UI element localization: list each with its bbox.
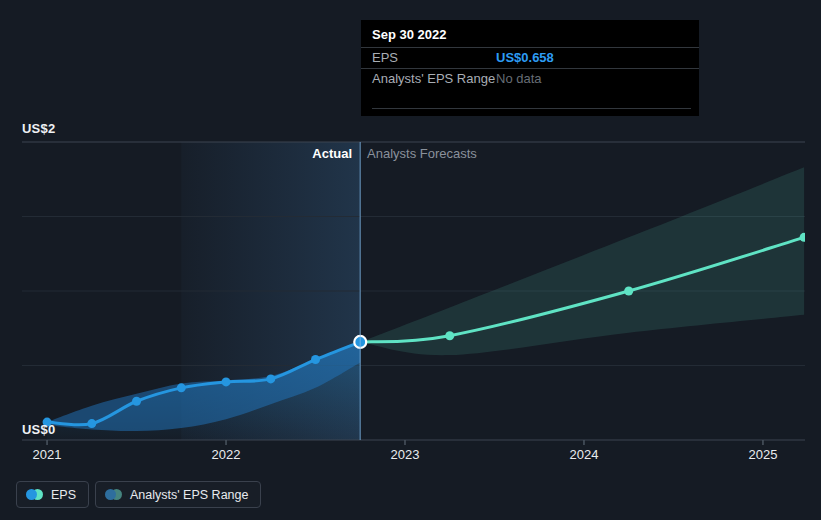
data-point[interactable] [222, 377, 231, 386]
x-axis-label-2024: 2024 [560, 447, 608, 462]
legend-toggle-analysts-eps-range[interactable]: Analysts' EPS Range [95, 481, 261, 508]
x-axis-label-2021: 2021 [23, 447, 71, 462]
x-axis-label-2022: 2022 [202, 447, 250, 462]
tooltip-row-analysts-range: Analysts' EPS RangeNo data [361, 68, 699, 89]
tooltip-row-label: EPS [372, 50, 496, 66]
data-point[interactable] [800, 233, 809, 242]
actual-phase-label: Actual [0, 146, 352, 161]
tooltip: Sep 30 2022 EPSUS$0.658Analysts' EPS Ran… [361, 20, 699, 116]
tooltip-bottom-rule [372, 108, 691, 109]
data-point[interactable] [624, 287, 633, 296]
forecast-phase-label: Analysts Forecasts [367, 146, 477, 161]
data-point[interactable] [87, 419, 96, 428]
x-axis-label-2025: 2025 [739, 447, 787, 462]
tooltip-title: Sep 30 2022 [361, 20, 699, 47]
legend-label: Analysts' EPS Range [130, 488, 248, 502]
y-axis-label-top: US$2 [22, 121, 55, 136]
legend-dot-icon [26, 489, 37, 500]
legend-dot-pair-icon [26, 489, 43, 500]
data-point[interactable] [132, 397, 141, 406]
legend-dot-icon [105, 489, 116, 500]
tooltip-row-label: Analysts' EPS Range [372, 71, 496, 87]
legend-dot-pair-icon [105, 489, 122, 500]
y-axis-label-bottom: US$0 [22, 422, 55, 437]
eps-forecast-chart: US$2 US$0 Actual Analysts Forecasts 2021… [0, 0, 821, 520]
legend: EPSAnalysts' EPS Range [16, 481, 261, 508]
legend-toggle-eps[interactable]: EPS [16, 481, 89, 508]
tooltip-row-value: US$0.658 [496, 50, 554, 66]
x-axis-label-2023: 2023 [381, 447, 429, 462]
data-point[interactable] [311, 355, 320, 364]
tooltip-row-eps: EPSUS$0.658 [361, 47, 699, 68]
data-point[interactable] [266, 374, 275, 383]
data-point[interactable] [445, 331, 454, 340]
data-point[interactable] [177, 383, 186, 392]
analysts-range-band-forecast [360, 167, 804, 355]
tooltip-row-value: No data [496, 71, 542, 87]
tooltip-rows: EPSUS$0.658Analysts' EPS RangeNo data [361, 47, 699, 89]
legend-label: EPS [51, 488, 76, 502]
